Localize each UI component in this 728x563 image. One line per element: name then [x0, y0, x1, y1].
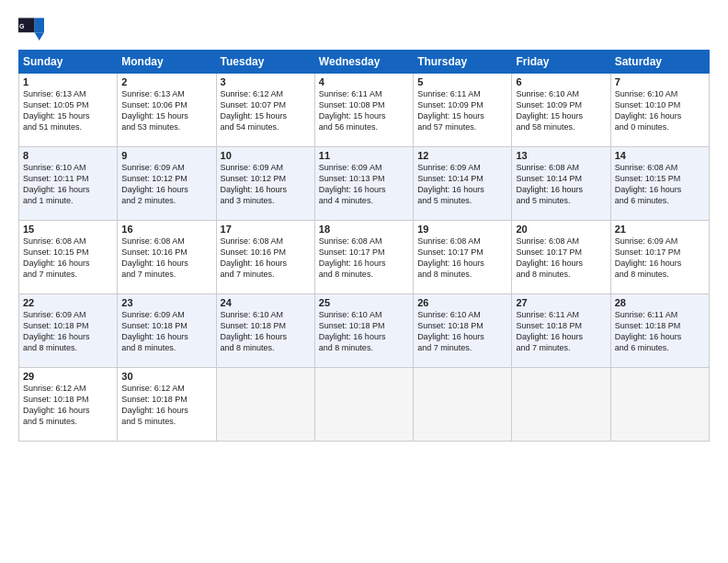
day-of-week-header: Sunday [19, 51, 118, 74]
calendar-day-cell [512, 368, 610, 442]
calendar-week-row: 8Sunrise: 6:10 AM Sunset: 10:11 PM Dayli… [19, 147, 710, 221]
day-info: Sunrise: 6:09 AM Sunset: 10:18 PM Daylig… [23, 309, 113, 354]
calendar: SundayMondayTuesdayWednesdayThursdayFrid… [18, 50, 710, 442]
day-info: Sunrise: 6:09 AM Sunset: 10:17 PM Daylig… [615, 236, 705, 281]
day-number: 8 [23, 150, 113, 161]
calendar-day-cell: 29Sunrise: 6:12 AM Sunset: 10:18 PM Dayl… [19, 368, 118, 442]
day-info: Sunrise: 6:08 AM Sunset: 10:14 PM Daylig… [516, 162, 606, 207]
day-number: 20 [516, 224, 606, 235]
day-number: 12 [417, 150, 507, 161]
calendar-day-cell: 24Sunrise: 6:10 AM Sunset: 10:18 PM Dayl… [216, 294, 314, 368]
calendar-day-cell: 6Sunrise: 6:10 AM Sunset: 10:09 PM Dayli… [512, 74, 610, 147]
calendar-day-cell: 20Sunrise: 6:08 AM Sunset: 10:17 PM Dayl… [512, 221, 610, 294]
day-number: 16 [121, 224, 211, 235]
day-info: Sunrise: 6:10 AM Sunset: 10:09 PM Daylig… [516, 88, 606, 133]
calendar-day-cell: 28Sunrise: 6:11 AM Sunset: 10:18 PM Dayl… [610, 294, 709, 368]
calendar-day-cell: 19Sunrise: 6:08 AM Sunset: 10:17 PM Dayl… [414, 221, 512, 294]
day-info: Sunrise: 6:09 AM Sunset: 10:12 PM Daylig… [121, 162, 211, 207]
calendar-day-cell [414, 368, 512, 442]
day-info: Sunrise: 6:09 AM Sunset: 10:14 PM Daylig… [417, 162, 507, 207]
calendar-week-row: 22Sunrise: 6:09 AM Sunset: 10:18 PM Dayl… [19, 294, 710, 368]
calendar-day-cell: 23Sunrise: 6:09 AM Sunset: 10:18 PM Dayl… [118, 294, 216, 368]
day-info: Sunrise: 6:09 AM Sunset: 10:12 PM Daylig… [221, 162, 311, 207]
calendar-day-cell: 2Sunrise: 6:13 AM Sunset: 10:06 PM Dayli… [118, 74, 216, 147]
day-number: 29 [23, 371, 113, 382]
calendar-day-cell: 12Sunrise: 6:09 AM Sunset: 10:14 PM Dayl… [414, 147, 512, 221]
day-info: Sunrise: 6:08 AM Sunset: 10:16 PM Daylig… [221, 236, 311, 281]
calendar-day-cell: 15Sunrise: 6:08 AM Sunset: 10:15 PM Dayl… [19, 221, 118, 294]
day-info: Sunrise: 6:10 AM Sunset: 10:10 PM Daylig… [615, 88, 705, 133]
day-info: Sunrise: 6:11 AM Sunset: 10:18 PM Daylig… [615, 309, 705, 354]
header: G [18, 15, 710, 40]
page: G SundayMondayTuesdayWednesdayThursdayFr… [0, 0, 728, 563]
calendar-day-cell: 13Sunrise: 6:08 AM Sunset: 10:14 PM Dayl… [512, 147, 610, 221]
day-number: 25 [319, 297, 409, 308]
calendar-day-cell: 26Sunrise: 6:10 AM Sunset: 10:18 PM Dayl… [414, 294, 512, 368]
svg-text:G: G [19, 23, 25, 29]
day-info: Sunrise: 6:09 AM Sunset: 10:13 PM Daylig… [319, 162, 409, 207]
svg-marker-0 [35, 18, 45, 33]
calendar-day-cell: 7Sunrise: 6:10 AM Sunset: 10:10 PM Dayli… [610, 74, 709, 147]
day-of-week-header: Tuesday [216, 51, 314, 74]
day-info: Sunrise: 6:08 AM Sunset: 10:15 PM Daylig… [615, 162, 705, 207]
day-number: 1 [23, 76, 113, 87]
day-number: 9 [121, 150, 211, 161]
day-number: 10 [221, 150, 311, 161]
calendar-week-row: 1Sunrise: 6:13 AM Sunset: 10:05 PM Dayli… [19, 74, 710, 147]
calendar-day-cell: 5Sunrise: 6:11 AM Sunset: 10:09 PM Dayli… [414, 74, 512, 147]
day-number: 5 [417, 76, 507, 87]
calendar-day-cell: 14Sunrise: 6:08 AM Sunset: 10:15 PM Dayl… [610, 147, 709, 221]
day-number: 15 [23, 224, 113, 235]
day-number: 24 [221, 297, 311, 308]
day-info: Sunrise: 6:12 AM Sunset: 10:18 PM Daylig… [23, 383, 113, 428]
day-of-week-header: Friday [512, 51, 610, 74]
calendar-day-cell: 10Sunrise: 6:09 AM Sunset: 10:12 PM Dayl… [216, 147, 314, 221]
day-of-week-header: Saturday [610, 51, 709, 74]
day-info: Sunrise: 6:08 AM Sunset: 10:17 PM Daylig… [516, 236, 606, 281]
logo-icon: G [18, 15, 44, 40]
day-number: 6 [516, 76, 606, 87]
day-info: Sunrise: 6:11 AM Sunset: 10:18 PM Daylig… [516, 309, 606, 354]
calendar-day-cell: 8Sunrise: 6:10 AM Sunset: 10:11 PM Dayli… [19, 147, 118, 221]
logo: G [18, 15, 48, 40]
day-number: 2 [121, 76, 211, 87]
day-info: Sunrise: 6:08 AM Sunset: 10:16 PM Daylig… [121, 236, 211, 281]
calendar-day-cell: 22Sunrise: 6:09 AM Sunset: 10:18 PM Dayl… [19, 294, 118, 368]
day-info: Sunrise: 6:08 AM Sunset: 10:15 PM Daylig… [23, 236, 113, 281]
day-info: Sunrise: 6:08 AM Sunset: 10:17 PM Daylig… [417, 236, 507, 281]
calendar-day-cell [216, 368, 314, 442]
calendar-day-cell [610, 368, 709, 442]
day-number: 14 [615, 150, 705, 161]
day-number: 7 [615, 76, 705, 87]
day-number: 22 [23, 297, 113, 308]
day-info: Sunrise: 6:08 AM Sunset: 10:17 PM Daylig… [319, 236, 409, 281]
calendar-header-row: SundayMondayTuesdayWednesdayThursdayFrid… [19, 51, 710, 74]
day-info: Sunrise: 6:10 AM Sunset: 10:18 PM Daylig… [221, 309, 311, 354]
day-of-week-header: Monday [118, 51, 216, 74]
calendar-day-cell: 27Sunrise: 6:11 AM Sunset: 10:18 PM Dayl… [512, 294, 610, 368]
day-of-week-header: Thursday [414, 51, 512, 74]
day-of-week-header: Wednesday [314, 51, 413, 74]
calendar-day-cell: 17Sunrise: 6:08 AM Sunset: 10:16 PM Dayl… [216, 221, 314, 294]
calendar-day-cell: 9Sunrise: 6:09 AM Sunset: 10:12 PM Dayli… [118, 147, 216, 221]
day-number: 30 [121, 371, 211, 382]
calendar-day-cell: 3Sunrise: 6:12 AM Sunset: 10:07 PM Dayli… [216, 74, 314, 147]
day-info: Sunrise: 6:12 AM Sunset: 10:07 PM Daylig… [221, 88, 311, 133]
day-number: 18 [319, 224, 409, 235]
day-number: 27 [516, 297, 606, 308]
day-info: Sunrise: 6:13 AM Sunset: 10:05 PM Daylig… [23, 88, 113, 133]
day-number: 13 [516, 150, 606, 161]
calendar-day-cell: 30Sunrise: 6:12 AM Sunset: 10:18 PM Dayl… [118, 368, 216, 442]
day-number: 28 [615, 297, 705, 308]
day-number: 19 [417, 224, 507, 235]
calendar-day-cell: 16Sunrise: 6:08 AM Sunset: 10:16 PM Dayl… [118, 221, 216, 294]
calendar-day-cell: 18Sunrise: 6:08 AM Sunset: 10:17 PM Dayl… [314, 221, 413, 294]
day-info: Sunrise: 6:12 AM Sunset: 10:18 PM Daylig… [121, 383, 211, 428]
day-info: Sunrise: 6:11 AM Sunset: 10:09 PM Daylig… [417, 88, 507, 133]
calendar-day-cell [314, 368, 413, 442]
day-info: Sunrise: 6:10 AM Sunset: 10:18 PM Daylig… [319, 309, 409, 354]
day-info: Sunrise: 6:11 AM Sunset: 10:08 PM Daylig… [319, 88, 409, 133]
day-info: Sunrise: 6:09 AM Sunset: 10:18 PM Daylig… [121, 309, 211, 354]
day-number: 3 [221, 76, 311, 87]
calendar-week-row: 29Sunrise: 6:12 AM Sunset: 10:18 PM Dayl… [19, 368, 710, 442]
